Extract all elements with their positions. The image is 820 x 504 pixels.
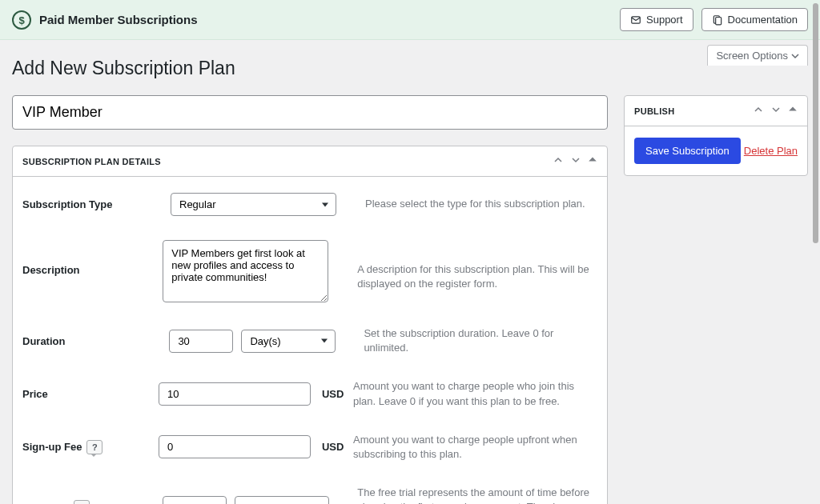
free-trial-hint: The free trial represents the amount of … — [357, 486, 597, 504]
subscription-type-label: Subscription Type — [22, 198, 171, 210]
plan-details-box: Subscription Plan Details Su — [12, 146, 608, 504]
help-icon[interactable]: ? — [86, 440, 102, 454]
duration-unit-select[interactable]: Day(s) — [241, 330, 336, 353]
caret-up-icon[interactable] — [788, 104, 798, 118]
signup-fee-input[interactable] — [159, 435, 311, 458]
duration-hint: Set the subscription duration. Leave 0 f… — [364, 326, 597, 355]
scrollbar[interactable] — [813, 3, 818, 243]
chevron-down-icon[interactable] — [770, 104, 782, 118]
free-trial-input[interactable] — [163, 496, 227, 504]
chevron-up-icon[interactable] — [753, 104, 764, 118]
support-button[interactable]: Support — [620, 8, 693, 31]
plugin-title: Paid Member Subscriptions — [39, 13, 198, 26]
description-label: Description — [22, 240, 163, 276]
duration-label: Duration — [22, 335, 169, 347]
plan-details-header: Subscription Plan Details — [22, 157, 161, 166]
chevron-down-icon[interactable] — [570, 154, 581, 168]
subscription-type-hint: Please select the type for this subscrip… — [365, 197, 585, 211]
publish-box: Publish Save Subscription Delete Plan — [624, 95, 808, 176]
signup-fee-hint: Amount you want to charge people upfront… — [353, 433, 597, 462]
plugin-banner: $ Paid Member Subscriptions Support Docu… — [0, 0, 820, 40]
save-button[interactable]: Save Subscription — [634, 138, 741, 164]
support-label: Support — [646, 14, 683, 26]
description-textarea[interactable]: VIP Members get first look at new profil… — [163, 240, 328, 302]
caret-down-icon — [791, 52, 799, 60]
price-input[interactable] — [159, 382, 311, 406]
duration-input[interactable] — [169, 330, 233, 353]
signup-fee-label: Sign-up Fee — [22, 441, 82, 453]
screen-options-label: Screen Options — [716, 50, 788, 62]
help-icon[interactable]: ? — [74, 500, 90, 504]
description-hint: A description for this subscription plan… — [357, 240, 597, 291]
price-currency: USD — [322, 388, 344, 400]
plugin-logo-icon: $ — [12, 10, 31, 30]
caret-up-icon[interactable] — [588, 154, 597, 168]
publish-header: Publish — [634, 106, 674, 116]
delete-plan-link[interactable]: Delete Plan — [744, 145, 798, 157]
screen-options-toggle[interactable]: Screen Options — [707, 45, 808, 66]
price-hint: Amount you want to charge people who joi… — [353, 379, 597, 408]
page-title: Add New Subscription Plan — [0, 58, 820, 95]
signup-fee-currency: USD — [322, 441, 344, 453]
documentation-button[interactable]: Documentation — [701, 8, 808, 31]
svg-text:$: $ — [18, 14, 25, 26]
mail-icon — [630, 14, 641, 26]
svg-rect-4 — [715, 17, 721, 24]
plan-title-input[interactable] — [12, 95, 608, 130]
document-icon — [712, 14, 723, 26]
price-label: Price — [22, 388, 159, 400]
free-trial-unit-select[interactable]: Day(s) — [235, 496, 329, 504]
subscription-type-select[interactable]: Regular — [171, 193, 336, 216]
documentation-label: Documentation — [728, 14, 798, 26]
chevron-up-icon[interactable] — [553, 154, 564, 168]
